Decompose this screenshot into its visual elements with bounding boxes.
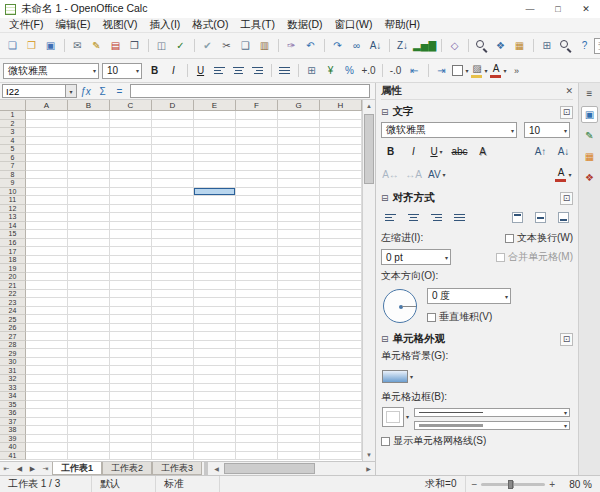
cell-D17[interactable]	[152, 247, 194, 256]
cell-B11[interactable]	[68, 196, 110, 205]
cell-G33[interactable]	[278, 384, 320, 393]
row-header-16[interactable]: 16	[0, 239, 26, 248]
cell-E30[interactable]	[194, 358, 236, 367]
function-wizard-button[interactable]: ƒx	[77, 84, 94, 99]
cell-G30[interactable]	[278, 358, 320, 367]
cell-B8[interactable]	[68, 171, 110, 180]
cell-background-color-button[interactable]: ▾	[382, 368, 413, 385]
cell-E37[interactable]	[194, 418, 236, 427]
cell-F15[interactable]	[236, 230, 278, 239]
cell-A19[interactable]	[26, 264, 68, 273]
cell-F17[interactable]	[236, 247, 278, 256]
spacing-decrease-button[interactable]: A↔	[382, 166, 399, 183]
cell-H13[interactable]	[320, 213, 362, 222]
sidebar-font-size-dropdown-icon[interactable]: ▾	[564, 127, 567, 134]
cell-G11[interactable]	[278, 196, 320, 205]
cell-F1[interactable]	[236, 111, 278, 120]
cell-C34[interactable]	[110, 392, 152, 401]
text-section-more-options-button[interactable]: ⊡	[560, 106, 573, 119]
cell-D35[interactable]	[152, 401, 194, 410]
row-header-28[interactable]: 28	[0, 341, 26, 350]
cell-H10[interactable]	[320, 188, 362, 197]
cell-C21[interactable]	[110, 281, 152, 290]
cell-C17[interactable]	[110, 247, 152, 256]
spellcheck-button[interactable]: ✓	[172, 37, 189, 54]
cell-H7[interactable]	[320, 162, 362, 171]
cell-B18[interactable]	[68, 256, 110, 265]
cell-E12[interactable]	[194, 205, 236, 214]
vertical-scrollbar[interactable]: ▲ ▼	[362, 100, 375, 461]
row-header-10[interactable]: 10	[0, 188, 26, 197]
deck-gallery-tab[interactable]: ▦	[581, 148, 598, 165]
cell-B30[interactable]	[68, 358, 110, 367]
cell-B19[interactable]	[68, 264, 110, 273]
indent-input[interactable]: 0 pt ▾	[381, 249, 451, 265]
cell-E23[interactable]	[194, 298, 236, 307]
collapse-alignment-section-icon[interactable]: ⊟	[381, 193, 389, 203]
sheet-tab-3[interactable]: 工作表3	[152, 462, 202, 475]
cell-E29[interactable]	[194, 349, 236, 358]
cell-D15[interactable]	[152, 230, 194, 239]
row-header-32[interactable]: 32	[0, 375, 26, 384]
cell-A25[interactable]	[26, 315, 68, 324]
cell-E40[interactable]	[194, 443, 236, 452]
cell-F14[interactable]	[236, 222, 278, 231]
cell-A40[interactable]	[26, 443, 68, 452]
next-sheet-button[interactable]: ▶	[26, 462, 39, 475]
menu-item-3[interactable]: 视图(V)	[96, 18, 143, 32]
cell-F23[interactable]	[236, 298, 278, 307]
column-header-D[interactable]: D	[152, 100, 194, 111]
cell-B39[interactable]	[68, 435, 110, 444]
row-header-33[interactable]: 33	[0, 384, 26, 393]
cell-G16[interactable]	[278, 239, 320, 248]
open-button[interactable]: ❐	[23, 37, 40, 54]
redo-button[interactable]: ↷	[329, 37, 346, 54]
background-color-button[interactable]: ▨▾	[471, 62, 488, 79]
cell-F19[interactable]	[236, 264, 278, 273]
font-color-button[interactable]: A▾	[490, 62, 507, 79]
cell-A16[interactable]	[26, 239, 68, 248]
cell-B16[interactable]	[68, 239, 110, 248]
cell-B17[interactable]	[68, 247, 110, 256]
cell-E17[interactable]	[194, 247, 236, 256]
cell-B38[interactable]	[68, 426, 110, 435]
sidebar-align-justify-button[interactable]	[451, 209, 468, 226]
cell-E8[interactable]	[194, 171, 236, 180]
cell-A7[interactable]	[26, 162, 68, 171]
cell-D29[interactable]	[152, 349, 194, 358]
scroll-left-icon[interactable]: ◀	[210, 462, 223, 475]
cell-C38[interactable]	[110, 426, 152, 435]
cell-C23[interactable]	[110, 298, 152, 307]
cell-E26[interactable]	[194, 324, 236, 333]
paste-button[interactable]: ▥	[256, 37, 273, 54]
merge-cells-button[interactable]: ⊞	[303, 62, 320, 79]
row-header-8[interactable]: 8	[0, 171, 26, 180]
cell-F28[interactable]	[236, 341, 278, 350]
cell-H37[interactable]	[320, 418, 362, 427]
cell-G22[interactable]	[278, 290, 320, 299]
cell-H5[interactable]	[320, 145, 362, 154]
column-header-E[interactable]: E	[194, 100, 236, 111]
sidebar-align-center-button[interactable]	[405, 209, 422, 226]
row-header-25[interactable]: 25	[0, 315, 26, 324]
percent-format-button[interactable]: %	[341, 62, 358, 79]
cell-D28[interactable]	[152, 341, 194, 350]
cell-F18[interactable]	[236, 256, 278, 265]
cell-G29[interactable]	[278, 349, 320, 358]
cell-C35[interactable]	[110, 401, 152, 410]
cell-A37[interactable]	[26, 418, 68, 427]
cell-A30[interactable]	[26, 358, 68, 367]
cell-C29[interactable]	[110, 349, 152, 358]
increase-indent-button[interactable]: ⇥	[433, 62, 450, 79]
cell-E22[interactable]	[194, 290, 236, 299]
cell-E1[interactable]	[194, 111, 236, 120]
cell-A35[interactable]	[26, 401, 68, 410]
cell-H30[interactable]	[320, 358, 362, 367]
cell-B22[interactable]	[68, 290, 110, 299]
sidebar-menu-button[interactable]: ≡	[581, 85, 598, 102]
cell-D21[interactable]	[152, 281, 194, 290]
align-middle-button[interactable]	[532, 209, 549, 226]
name-box-dropdown-icon[interactable]: ▾	[66, 84, 77, 98]
row-header-37[interactable]: 37	[0, 418, 26, 427]
cell-F33[interactable]	[236, 384, 278, 393]
